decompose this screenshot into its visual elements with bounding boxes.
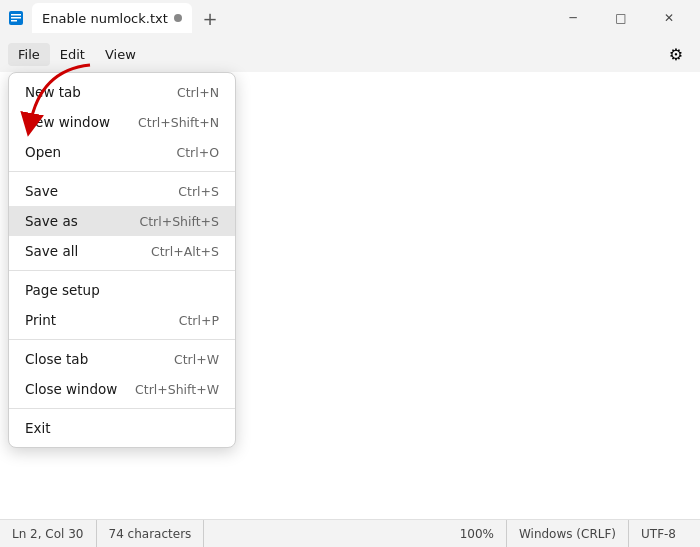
menu-view[interactable]: View <box>95 43 146 66</box>
tab-title: Enable numlock.txt <box>42 11 168 26</box>
menu-page-setup[interactable]: Page setup <box>9 275 235 305</box>
maximize-button[interactable]: □ <box>598 2 644 34</box>
status-bar: Ln 2, Col 30 74 characters 100% Windows … <box>0 519 700 547</box>
title-bar: Enable numlock.txt + ─ □ ✕ <box>0 0 700 36</box>
svg-rect-1 <box>11 14 21 16</box>
menu-save-as[interactable]: Save as Ctrl+Shift+S <box>9 206 235 236</box>
menu-close-window[interactable]: Close window Ctrl+Shift+W <box>9 374 235 404</box>
menu-separator-4 <box>9 408 235 409</box>
close-button[interactable]: ✕ <box>646 2 692 34</box>
window-controls: ─ □ ✕ <box>550 2 692 34</box>
menu-separator-2 <box>9 270 235 271</box>
menu-print[interactable]: Print Ctrl+P <box>9 305 235 335</box>
file-dropdown-menu: New tab Ctrl+N New window Ctrl+Shift+N O… <box>8 72 236 448</box>
menu-exit[interactable]: Exit <box>9 413 235 443</box>
status-zoom: 100% <box>448 520 507 547</box>
app-icon <box>8 10 24 26</box>
status-position: Ln 2, Col 30 <box>12 520 97 547</box>
active-tab[interactable]: Enable numlock.txt <box>32 3 192 33</box>
new-tab-button[interactable]: + <box>196 4 224 32</box>
status-encoding: UTF-8 <box>629 520 688 547</box>
menu-open[interactable]: Open Ctrl+O <box>9 137 235 167</box>
status-characters: 74 characters <box>97 520 205 547</box>
tab-unsaved-indicator <box>174 14 182 22</box>
menu-bar: File Edit View ⚙ <box>0 36 700 72</box>
minimize-button[interactable]: ─ <box>550 2 596 34</box>
settings-button[interactable]: ⚙ <box>660 38 692 70</box>
menu-new-tab[interactable]: New tab Ctrl+N <box>9 77 235 107</box>
tab-area: Enable numlock.txt + <box>32 3 542 33</box>
status-line-ending: Windows (CRLF) <box>507 520 629 547</box>
svg-rect-3 <box>11 20 17 22</box>
menu-edit[interactable]: Edit <box>50 43 95 66</box>
menu-new-window[interactable]: New window Ctrl+Shift+N <box>9 107 235 137</box>
menu-file[interactable]: File <box>8 43 50 66</box>
menu-close-tab[interactable]: Close tab Ctrl+W <box>9 344 235 374</box>
menu-save[interactable]: Save Ctrl+S <box>9 176 235 206</box>
menu-separator-1 <box>9 171 235 172</box>
svg-rect-2 <box>11 17 21 19</box>
menu-separator-3 <box>9 339 235 340</box>
menu-save-all[interactable]: Save all Ctrl+Alt+S <box>9 236 235 266</box>
